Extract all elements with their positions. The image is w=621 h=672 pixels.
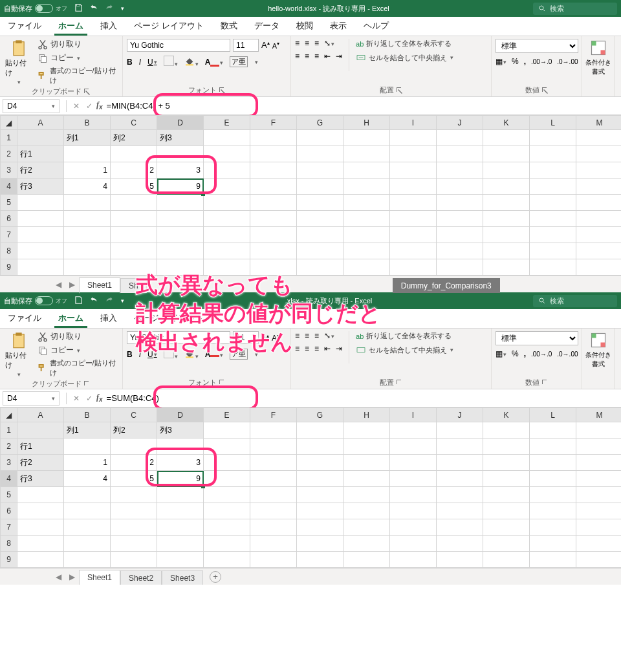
cell[interactable] <box>250 503 297 519</box>
cell[interactable] <box>17 519 64 536</box>
cell[interactable] <box>576 227 622 243</box>
cell[interactable]: 行2 <box>17 162 64 179</box>
cell[interactable] <box>111 487 157 503</box>
phonetic-button[interactable]: ア亜 <box>230 349 248 360</box>
row-header[interactable]: 5 <box>1 487 17 503</box>
cell[interactable] <box>204 471 250 487</box>
search-box[interactable]: 検索 <box>533 3 617 15</box>
cell[interactable] <box>576 130 622 146</box>
cell[interactable] <box>390 259 437 276</box>
cell[interactable] <box>111 146 157 162</box>
cell[interactable] <box>576 211 622 227</box>
cell[interactable]: 列1 <box>64 422 111 439</box>
cell[interactable] <box>437 536 483 552</box>
dialog-launcher-icon[interactable] <box>542 87 549 94</box>
formula-input[interactable]: =MIN(B4:C4) + 5 <box>107 101 170 111</box>
cell[interactable] <box>157 439 204 455</box>
cell[interactable] <box>157 552 204 568</box>
cell[interactable] <box>343 195 390 211</box>
column-header[interactable]: K <box>483 116 530 130</box>
merge-center-button[interactable]: セルを結合して中央揃え▾ <box>356 52 453 63</box>
cell[interactable] <box>343 259 390 276</box>
cell[interactable] <box>17 130 64 146</box>
add-sheet-button[interactable]: + <box>210 571 221 583</box>
cell[interactable] <box>483 422 530 439</box>
cell[interactable] <box>204 259 250 276</box>
align-left-icon[interactable]: ≡ <box>295 52 300 61</box>
cell[interactable] <box>17 552 64 568</box>
cell[interactable]: 列3 <box>157 422 204 439</box>
sheet-tab[interactable]: Sh <box>120 278 147 293</box>
cell[interactable] <box>390 471 437 487</box>
cell[interactable] <box>437 422 483 439</box>
cell[interactable] <box>576 552 622 568</box>
cell[interactable] <box>157 195 204 211</box>
copy-button[interactable]: コピー▾ <box>38 52 119 63</box>
sheet-nav-prev-icon[interactable]: ◀ <box>52 280 65 289</box>
column-header[interactable]: H <box>343 116 390 130</box>
sheet-tab[interactable]: Sheet3 <box>162 570 203 585</box>
cell[interactable] <box>483 455 530 471</box>
cell[interactable] <box>111 259 157 276</box>
cell[interactable]: 3 <box>157 455 204 471</box>
dialog-launcher-icon[interactable] <box>397 380 403 386</box>
cell[interactable] <box>343 211 390 227</box>
cell[interactable] <box>157 503 204 519</box>
cell[interactable] <box>204 519 250 536</box>
cell[interactable]: 1 <box>64 455 111 471</box>
save-icon[interactable] <box>74 296 83 306</box>
cell[interactable] <box>343 471 390 487</box>
row-header[interactable]: 2 <box>1 146 17 162</box>
align-bottom-icon[interactable]: ≡ <box>314 39 319 48</box>
cell[interactable] <box>250 162 297 179</box>
row-header[interactable]: 6 <box>1 211 17 227</box>
comma-format-icon[interactable]: , <box>524 57 526 66</box>
underline-button[interactable]: U▾ <box>147 350 157 359</box>
cell[interactable] <box>17 536 64 552</box>
dialog-launcher-icon[interactable] <box>84 381 91 387</box>
cell[interactable] <box>576 439 622 455</box>
cell[interactable] <box>204 439 250 455</box>
font-color-button[interactable]: A▾ <box>205 58 224 67</box>
cell[interactable] <box>64 519 111 536</box>
cell[interactable] <box>64 243 111 259</box>
cell[interactable] <box>250 211 297 227</box>
cell[interactable] <box>576 487 622 503</box>
cell[interactable] <box>64 552 111 568</box>
column-header[interactable]: C <box>111 116 157 130</box>
cell[interactable] <box>157 146 204 162</box>
cell[interactable] <box>64 146 111 162</box>
cell[interactable] <box>483 259 530 276</box>
merge-center-button[interactable]: セルを結合して中央揃え▾ <box>356 345 453 355</box>
cell[interactable] <box>390 162 437 179</box>
cell[interactable] <box>437 259 483 276</box>
cell[interactable] <box>64 259 111 276</box>
select-all-corner[interactable]: ◢ <box>1 408 17 422</box>
row-header[interactable]: 8 <box>1 243 17 259</box>
cell[interactable] <box>204 422 250 439</box>
cell[interactable] <box>343 227 390 243</box>
cell[interactable] <box>390 439 437 455</box>
sheet-tab[interactable]: Sheet1 <box>79 277 120 294</box>
cell[interactable] <box>483 503 530 519</box>
formula-input[interactable]: =SUM(B4:C4) <box>107 393 159 403</box>
border-button[interactable]: ▾ <box>164 348 178 360</box>
cell[interactable] <box>250 259 297 276</box>
cell[interactable]: 列2 <box>111 422 157 439</box>
cell[interactable] <box>343 146 390 162</box>
cell[interactable]: 3 <box>157 162 204 179</box>
cell[interactable] <box>297 422 343 439</box>
active-cell[interactable]: 9 <box>157 471 204 487</box>
copy-button[interactable]: コピー▾ <box>38 345 119 356</box>
column-header[interactable]: E <box>204 116 250 130</box>
cell[interactable] <box>483 519 530 536</box>
cell[interactable] <box>576 146 622 162</box>
cell[interactable] <box>576 162 622 179</box>
paste-button[interactable]: 貼り付け▾ <box>4 331 34 378</box>
row-header[interactable]: 7 <box>1 227 17 243</box>
column-header[interactable]: E <box>204 408 250 422</box>
dialog-launcher-icon[interactable] <box>219 87 226 94</box>
cell[interactable] <box>297 162 343 179</box>
cell[interactable] <box>530 536 576 552</box>
cell[interactable]: 4 <box>64 471 111 487</box>
